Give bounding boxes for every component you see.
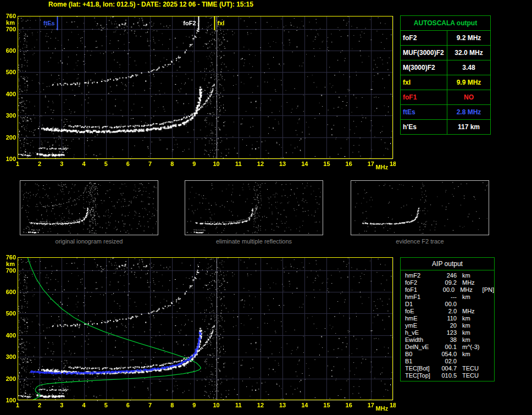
table-row: ftEs 2.8 MHz — [401, 105, 490, 120]
param-unit: km — [457, 272, 484, 279]
param-unit: MHz — [457, 279, 484, 286]
param-unit: km — [457, 336, 484, 344]
param-extra: [PN] — [481, 286, 494, 294]
param-value: 010.5 — [438, 372, 457, 379]
param-extra — [484, 301, 485, 308]
param-label: h_vE — [405, 329, 438, 336]
table-row: h_vE 123 km — [401, 329, 494, 336]
param-extra — [484, 358, 485, 365]
table-row: B1 02.0 — [401, 358, 494, 365]
param-value: 3.48 — [447, 60, 490, 75]
param-value: --- — [438, 294, 457, 301]
param-unit: km — [457, 351, 484, 358]
param-label: hmF1 — [405, 294, 438, 301]
param-value: 123 — [438, 329, 457, 336]
param-label: hmE — [405, 315, 438, 322]
param-unit: km — [457, 329, 484, 336]
thumbnail-f2-trace-evidence — [351, 180, 489, 235]
param-value: 004.7 — [438, 365, 457, 372]
param-unit — [457, 301, 484, 308]
param-extra — [484, 279, 485, 286]
param-label: foF1 — [405, 286, 437, 294]
table-row: TEC[Bot] 004.7 TECU — [401, 365, 494, 372]
param-label: M(3000)F2 — [401, 60, 447, 75]
table-row: hmE 110 km — [401, 315, 494, 322]
param-label: hmF2 — [405, 272, 438, 279]
param-value: 00.1 — [438, 344, 457, 351]
param-value: 38 — [438, 336, 457, 344]
param-label: ftEs — [401, 105, 447, 119]
param-label: foF1 — [401, 90, 447, 104]
param-label: foE — [405, 308, 438, 315]
top-ionogram-plot — [1, 12, 396, 173]
param-unit: km — [457, 294, 484, 301]
table-row: TEC[Top] 010.5 TECU — [401, 372, 494, 379]
table-row: MUF(3000)F2 32.0 MHz — [401, 46, 490, 60]
thumbnail-caption: original ionogram resized — [20, 238, 158, 245]
param-extra — [484, 344, 485, 351]
param-extra — [484, 308, 485, 315]
table-row: ymE 20 km — [401, 322, 494, 329]
param-value: 054.0 — [438, 351, 457, 358]
param-value: 00.0 — [437, 286, 455, 294]
table-row: foF1 NO — [401, 90, 490, 105]
thumbnail-multiple-reflections-removed — [185, 180, 323, 235]
param-label: B0 — [405, 351, 438, 358]
autoscala-output-panel: AUTOSCALA output foF2 9.2 MHz MUF(3000)F… — [400, 15, 491, 135]
param-value: 02.0 — [438, 358, 457, 365]
param-value: 00.0 — [438, 301, 457, 308]
param-unit: km — [457, 315, 484, 322]
param-value: 9.9 MHz — [447, 75, 490, 90]
param-label: foF2 — [401, 31, 447, 45]
param-value: 2.0 — [438, 308, 457, 315]
table-row: foE 2.0 MHz — [401, 308, 494, 315]
table-row: DelN_vE 00.1 m^(-3) — [401, 344, 494, 351]
param-unit: TECU — [457, 372, 484, 379]
param-extra — [484, 315, 485, 322]
param-value: 20 — [438, 322, 457, 329]
param-unit: m^(-3) — [457, 344, 484, 351]
table-row: fxI 9.9 MHz — [401, 75, 490, 90]
table-row: foF1 00.0 MHz [PN] — [401, 286, 494, 294]
param-unit — [457, 358, 484, 365]
station-header: Rome (lat: +41.8, lon: 012.5) - DATE: 20… — [48, 1, 253, 8]
table-row: h'Es 117 km — [401, 120, 490, 134]
param-extra — [484, 336, 485, 344]
param-value: 32.0 MHz — [447, 46, 490, 60]
table-row: B0 054.0 km — [401, 351, 494, 358]
param-unit: MHz — [455, 286, 481, 294]
param-label: DelN_vE — [405, 344, 438, 351]
table-row: foF2 09.2 MHz — [401, 279, 494, 286]
param-value: 2.8 MHz — [447, 105, 490, 119]
param-unit: km — [457, 322, 484, 329]
table-row: hmF2 246 km — [401, 272, 494, 279]
param-label: D1 — [405, 301, 438, 308]
panel-title: AUTOSCALA output — [401, 16, 490, 31]
thumbnail-original-ionogram — [20, 180, 158, 235]
param-value: 246 — [438, 272, 457, 279]
aip-output-panel: AIP output hmF2 246 km foF2 09.2 MHz foF… — [400, 257, 495, 381]
thumbnail-caption: evidence F2 trace — [351, 238, 489, 245]
param-extra — [484, 329, 485, 336]
table-row: foF2 9.2 MHz — [401, 31, 490, 46]
param-extra — [484, 272, 485, 279]
param-label: h'Es — [401, 120, 447, 134]
param-value: NO — [447, 90, 490, 104]
param-value: 110 — [438, 315, 457, 322]
param-extra — [484, 365, 485, 372]
param-label: Ewidth — [405, 336, 438, 344]
param-unit: TECU — [457, 365, 484, 372]
table-row: M(3000)F2 3.48 — [401, 60, 490, 75]
table-row: Ewidth 38 km — [401, 336, 494, 344]
param-label: foF2 — [405, 279, 438, 286]
param-label: TEC[Top] — [405, 372, 438, 379]
param-label: B1 — [405, 358, 438, 365]
param-unit: MHz — [457, 308, 484, 315]
param-extra — [484, 294, 485, 301]
table-row: hmF1 --- km — [401, 294, 494, 301]
param-value: 09.2 — [438, 279, 457, 286]
param-value: 117 km — [447, 120, 490, 134]
param-extra — [484, 372, 485, 379]
param-extra — [484, 351, 485, 358]
param-value: 9.2 MHz — [447, 31, 490, 45]
